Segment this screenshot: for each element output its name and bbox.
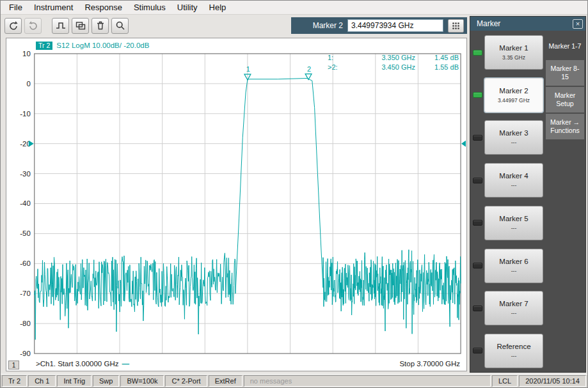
redo-button[interactable] xyxy=(24,18,42,34)
pulse-tool-button[interactable] xyxy=(52,18,69,34)
menu-file[interactable]: File xyxy=(3,1,28,13)
marker-button-label: Marker 5 xyxy=(499,215,528,222)
svg-text:1: 1 xyxy=(246,65,250,73)
marker-readout: 1:3.350 GHz1.45 dB>2:3.450 GHz1.55 dB xyxy=(328,53,459,72)
menu-bar: FileInstrumentResponseStimulusUtilityHel… xyxy=(1,1,587,15)
y-tick-label: -70 xyxy=(20,290,31,297)
marker-led xyxy=(473,92,482,98)
marker-button-4[interactable]: Marker 4--- xyxy=(484,163,543,198)
marker-button-1[interactable]: Marker 13.35 GHz xyxy=(484,35,543,70)
network-analyzer-window: FileInstrumentResponseStimulusUtilityHel… xyxy=(0,0,588,388)
marker-led xyxy=(473,135,482,141)
svg-text:2: 2 xyxy=(307,65,311,73)
menu-help[interactable]: Help xyxy=(203,1,232,13)
status-extref[interactable]: ExtRef xyxy=(209,375,242,387)
readout-value: 1.55 dB xyxy=(415,63,459,72)
marker-led xyxy=(473,50,482,56)
panel-title: Marker xyxy=(477,19,500,28)
status-datetime: 2020/11/05 10:14 xyxy=(519,375,586,387)
menu-response[interactable]: Response xyxy=(79,1,128,13)
marker-button-label: Marker 4 xyxy=(499,172,528,180)
marker-button-3[interactable]: Marker 3--- xyxy=(484,120,543,155)
panel-title-bar: Marker × xyxy=(470,17,585,31)
delete-button[interactable] xyxy=(91,18,109,34)
status-c-2-port[interactable]: C* 2-Port xyxy=(165,375,207,387)
marker-button-6[interactable]: Marker 6--- xyxy=(484,249,543,283)
marker-row: Marker 7--- xyxy=(473,290,543,326)
status-lcl: LCL xyxy=(492,375,518,387)
trace-badge[interactable]: Tr 2 xyxy=(36,42,52,50)
zoom-button[interactable] xyxy=(111,18,129,34)
marker-button-value: --- xyxy=(511,225,517,231)
status-ch-1[interactable]: Ch 1 xyxy=(28,375,56,387)
stop-frequency-label: Stop 3.70000 GHz xyxy=(399,360,460,368)
marker-button-8[interactable]: Reference--- xyxy=(484,334,543,368)
readout-frequency: 3.350 GHz xyxy=(346,53,415,63)
channel-badge[interactable]: 1 xyxy=(8,361,19,369)
marker-button-label: Marker 7 xyxy=(499,300,528,307)
y-tick-label: -90 xyxy=(20,350,31,357)
marker-row: Marker 3--- xyxy=(473,120,543,155)
menu-instrument[interactable]: Instrument xyxy=(28,1,79,13)
status-tr-2[interactable]: Tr 2 xyxy=(2,375,27,387)
marker-entry-bar: Marker 2 xyxy=(291,17,467,34)
marker-button-value: --- xyxy=(511,353,517,359)
y-tick-label: -10 xyxy=(20,110,31,118)
marker-frequency-input[interactable] xyxy=(347,19,443,32)
tab-marker-functions[interactable]: Marker → Functions xyxy=(546,114,584,139)
marker-symbol-2[interactable]: 2 xyxy=(305,65,312,80)
readout-marker-id: 1: xyxy=(328,53,346,63)
status-bw-100k[interactable]: BW=100k xyxy=(120,375,164,387)
marker-button-7[interactable]: Marker 7--- xyxy=(484,291,543,325)
marker-button-value: --- xyxy=(511,139,517,146)
y-tick-label: -80 xyxy=(20,320,31,327)
marker-button-value: --- xyxy=(511,310,517,316)
marker-button-label: Reference xyxy=(497,343,530,350)
status-swp[interactable]: Swp xyxy=(93,375,119,387)
pulse-icon xyxy=(56,20,66,31)
marker-row: Marker 6--- xyxy=(473,248,543,284)
tab-marker-setup[interactable]: Marker Setup xyxy=(546,87,584,113)
marker-button-value: --- xyxy=(511,268,517,274)
y-tick-label: -60 xyxy=(20,260,31,267)
undo-button[interactable] xyxy=(4,18,22,34)
trash-icon xyxy=(95,20,106,31)
trace-legend-dash: — xyxy=(122,360,129,368)
marker-button-5[interactable]: Marker 5--- xyxy=(484,206,543,240)
screenshot-button[interactable] xyxy=(72,18,89,34)
marker-led xyxy=(473,178,482,183)
tab-marker-8-15[interactable]: Marker 8-15 xyxy=(546,60,584,86)
keypad-button[interactable] xyxy=(448,19,464,33)
sweep-range-footer: >Ch1. Start 3.00000 GHz — Stop 3.70000 G… xyxy=(6,359,466,371)
start-frequency-label: >Ch1. Start 3.00000 GHz xyxy=(36,360,118,368)
tab-marker-1-7[interactable]: Marker 1-7 xyxy=(546,33,584,59)
marker-button-column: Marker 13.35 GHzMarker 23.44997 GHzMarke… xyxy=(470,33,544,372)
marker-row: Marker 5--- xyxy=(473,205,543,241)
marker-row: Marker 4--- xyxy=(473,162,543,198)
toolbar: Marker 2 xyxy=(1,15,470,36)
readout-frequency: 3.450 GHz xyxy=(346,63,415,72)
tab-spacer xyxy=(546,141,584,372)
marker-tab-column: Marker 1-7Marker 8-15Marker SetupMarker … xyxy=(544,33,585,372)
readout-row: 1:3.350 GHz1.45 dB xyxy=(328,53,459,63)
status-message: no messages xyxy=(244,375,491,387)
close-icon[interactable]: × xyxy=(573,19,583,29)
magnifier-icon xyxy=(115,20,125,31)
status-int-trig[interactable]: Int Trig xyxy=(57,375,91,387)
marker-button-label: Marker 2 xyxy=(499,87,528,95)
undo-icon xyxy=(8,20,19,31)
marker-led xyxy=(473,348,482,353)
status-bar: Tr 2Ch 1Int TrigSwpBW=100kC* 2-PortExtRe… xyxy=(1,374,587,387)
marker-row: Marker 13.35 GHz xyxy=(473,35,543,70)
redo-icon xyxy=(28,20,38,31)
screenshot-icon xyxy=(75,20,86,31)
marker-softkey-panel: Marker × Marker 13.35 GHzMarker 23.44997… xyxy=(470,16,586,373)
marker-led xyxy=(473,220,482,226)
menu-stimulus[interactable]: Stimulus xyxy=(128,1,171,13)
ref-level-arrow-right xyxy=(461,141,466,147)
marker-button-label: Marker 1 xyxy=(499,44,528,52)
y-tick-label: -50 xyxy=(20,229,31,237)
marker-button-2[interactable]: Marker 23.44997 GHz xyxy=(484,78,543,113)
menu-utility[interactable]: Utility xyxy=(171,1,203,13)
marker-button-value: 3.44997 GHz xyxy=(498,97,530,104)
